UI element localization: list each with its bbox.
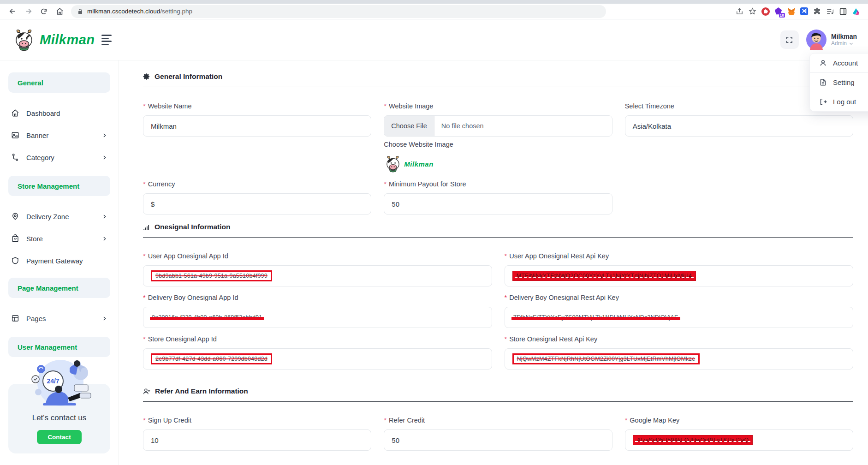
redacted-value: 2e9b77df-427d-43dd-a060-7299db048d2d [151, 353, 272, 364]
user-profile[interactable]: Milkman Admin [806, 30, 857, 50]
sidebar-frame-icon[interactable] [838, 6, 848, 16]
sidebar-item-store[interactable]: Store [0, 227, 119, 250]
brand-logo[interactable]: Milkman [0, 28, 119, 52]
sidebar-item-delivery-zone[interactable]: Delivery Zone [0, 205, 119, 227]
section-divider [143, 87, 853, 87]
field-website-name: *Website Name Milkman [143, 102, 371, 174]
menu-item-account[interactable]: Account [810, 54, 868, 72]
website-image-file-input[interactable]: Choose File No file chosen [384, 115, 612, 137]
store-onesignal-rest-api-key-input[interactable]: NjQwMzM4ZTFkNjRhNjUtOGM2Zi00Yjg3LTUxMjEt… [505, 348, 854, 370]
timezone-input[interactable]: Asia/Kolkata [625, 115, 853, 137]
user-plus-icon [143, 388, 151, 395]
sidebar-item-category[interactable]: Category [0, 146, 119, 168]
gear-icon [143, 73, 150, 80]
website-name-input[interactable]: Milkman [143, 115, 371, 137]
store-onesignal-app-id-input[interactable]: 2e9b77df-427d-43dd-a060-7299db048d2d [143, 348, 492, 370]
user-app-onesignal-app-id-input[interactable]: 9bd9abb1-561a-49b9-951a-9a5510b4f999 [143, 265, 492, 286]
home-icon[interactable] [54, 6, 65, 18]
required-marker: * [143, 335, 146, 343]
metamask-extension-icon[interactable] [786, 6, 796, 16]
field-delivery-boy-onesignal-app-id: *Delivery Boy Onesignal App Id 0e20016a-… [143, 294, 492, 328]
min-payout-input[interactable]: 50 [384, 193, 612, 215]
sign-up-credit-input[interactable]: 10 [143, 429, 371, 451]
field-label: Website Name [148, 102, 192, 110]
purple-extension-icon[interactable]: 10 [773, 6, 783, 16]
sidebar-item-label: Pages [26, 315, 46, 322]
required-marker: * [384, 180, 386, 188]
chevron-right-icon [101, 316, 107, 322]
shopping-bag-icon [11, 234, 19, 243]
colorful-extension-icon[interactable] [851, 6, 861, 16]
share-icon[interactable] [735, 6, 744, 16]
section-refer-and-earn: Refer And Earn Information [143, 387, 853, 395]
section-title: General Information [155, 72, 222, 81]
logout-icon [819, 98, 827, 106]
user-role: Admin [831, 40, 847, 47]
choose-website-image-hint: Choose Website Image [384, 141, 612, 148]
sidebar-item-dashboard[interactable]: Dashboard [0, 102, 119, 124]
forward-icon[interactable] [22, 6, 34, 18]
reload-icon[interactable] [38, 6, 50, 18]
url-text: milkman.cscodetech.cloud/setting.php [87, 8, 192, 15]
field-label: User App Onesignal App Id [148, 252, 228, 260]
required-marker: * [384, 102, 386, 110]
account-icon [819, 59, 827, 67]
adblock-extension-icon[interactable] [761, 6, 770, 16]
section-divider [143, 237, 853, 238]
menu-toggle-icon[interactable] [101, 35, 112, 45]
field-label: Website Image [389, 102, 433, 110]
sidebar-item-payment-gateway[interactable]: Payment Gateway [0, 250, 119, 272]
required-marker: * [384, 417, 386, 424]
bookmark-star-icon[interactable] [748, 6, 757, 16]
fullscreen-button[interactable] [780, 30, 799, 49]
field-label: Google Map Key [630, 417, 679, 424]
section-title: Onesignal Information [155, 223, 230, 231]
sidebar-item-pages[interactable]: Pages [0, 307, 119, 329]
reading-list-icon[interactable] [825, 6, 835, 16]
choose-file-button[interactable]: Choose File [384, 116, 434, 136]
sidebar-item-label: Payment Gateway [26, 257, 83, 265]
currency-input[interactable]: $ [143, 193, 371, 215]
redacted-value: 0e20016a-f229-4b00-a60b-869f52abbd91 [151, 313, 263, 322]
delivery-boy-onesignal-rest-api-key-input[interactable]: ZDlhNzFiZTYtYzEyZS00MTVjLTk1NDUtMHYzNDc3… [505, 307, 854, 328]
back-icon[interactable] [6, 6, 18, 18]
sidebar-item-label: Banner [26, 131, 48, 139]
required-marker: * [505, 335, 507, 343]
menu-item-logout[interactable]: Log out [810, 92, 868, 111]
support-illustration: 24/7 [20, 359, 99, 407]
file-status: No file chosen [434, 122, 491, 130]
url-domain: milkman.cscodetech.cloud [87, 8, 160, 15]
browser-toolbar: milkman.cscodetech.cloud/setting.php 10 [0, 4, 868, 19]
browser-chrome: milkman.cscodetech.cloud/setting.php 10 [0, 0, 868, 19]
url-bar[interactable]: milkman.cscodetech.cloud/setting.php [71, 5, 606, 18]
redacted-value: NjQwMzM4ZTFkNjRhNjUtOGM2Zi00Yjg3LTUxMjEt… [512, 353, 700, 364]
refer-credit-input[interactable]: 50 [384, 429, 612, 451]
puzzle-extensions-icon[interactable] [812, 6, 822, 16]
field-timezone: Select Timezone Asia/Kolkata [625, 102, 853, 174]
signal-bars-icon [143, 223, 150, 231]
field-label: Store Onesignal Rest Api Key [509, 335, 597, 343]
section-divider [143, 401, 853, 402]
chevron-down-icon [849, 41, 854, 46]
field-store-onesignal-app-id: *Store Onesignal App Id 2e9b77df-427d-43… [143, 335, 492, 370]
user-app-onesignal-rest-api-key-input[interactable]: MTFiNjNkYTEtNWQ2OC00YzYyLTk1NjYtYTdjNjhi… [505, 265, 854, 286]
field-user-app-onesignal-rest-api-key: *User App Onesignal Rest Api Key MTFiNjN… [505, 252, 854, 286]
menu-item-setting[interactable]: Setting [810, 72, 868, 92]
delivery-boy-onesignal-app-id-input[interactable]: 0e20016a-f229-4b00-a60b-869f52abbd91 [143, 307, 492, 328]
field-delivery-boy-onesignal-rest-api-key: *Delivery Boy Onesignal Rest Api Key ZDl… [505, 294, 854, 328]
field-sign-up-credit: *Sign Up Credit 10 [143, 417, 371, 451]
support-badge: 24/7 [47, 377, 59, 385]
input-value: Milkman [151, 122, 177, 130]
sidebar-item-banner[interactable]: Banner [0, 124, 119, 146]
sidebar-section-page-management: Page Management [8, 278, 110, 298]
blue-extension-icon[interactable] [799, 6, 809, 16]
google-map-key-input[interactable]: AIzaSyD5U59AkLQJHwOct9TqTKUxJ2aQ [625, 429, 853, 451]
required-marker: * [505, 252, 507, 260]
field-label: Delivery Boy Onesignal Rest Api Key [509, 294, 619, 301]
extension-badge: 10 [779, 13, 785, 18]
required-marker: * [143, 294, 146, 301]
chevron-right-icon [101, 214, 107, 220]
contact-button[interactable]: Contact [37, 430, 81, 444]
menu-item-label: Log out [833, 98, 856, 106]
map-pin-icon [11, 212, 19, 221]
